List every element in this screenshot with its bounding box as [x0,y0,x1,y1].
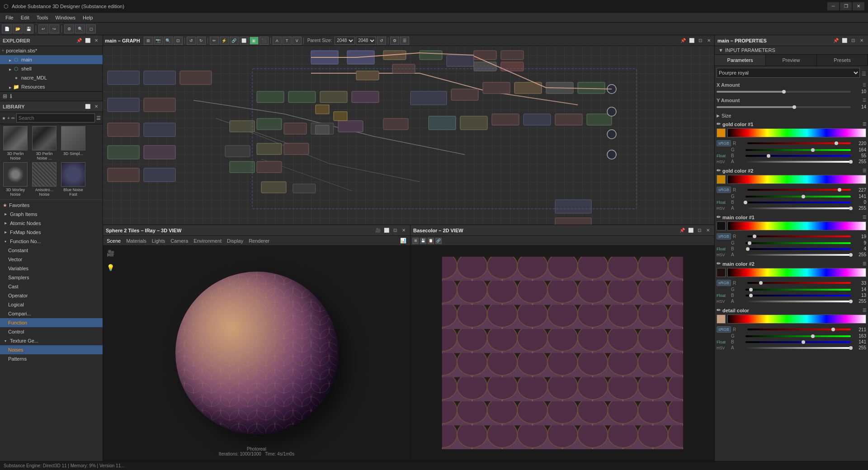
parent-size-select-1[interactable]: 2048 [335,37,355,45]
main-color-1-gradient[interactable] [727,221,866,230]
main-color-2-swatch[interactable] [717,268,726,277]
gold-color-1-a-thumb[interactable] [849,160,853,164]
explorer-pin-button[interactable]: 📌 [75,37,83,44]
input-params-collapse-btn[interactable]: ▼ [718,47,723,53]
view-3d-tab-lights[interactable]: Lights [152,238,165,244]
main-color-2-options[interactable]: ☰ [863,262,866,266]
detail-color-swatch[interactable] [717,315,726,324]
menu-help[interactable]: Help [79,14,97,21]
lib-pencil-btn[interactable]: ✏ [11,116,15,121]
lib-cat-samplers[interactable]: Samplers [0,273,103,282]
graph-tb-menu[interactable]: ☰ [400,37,409,45]
view-2d-close-btn[interactable]: ✕ [704,227,712,234]
view-3d-camera-icon[interactable]: 🎥 [107,249,114,257]
gold-color-2-g-slider[interactable] [745,196,851,197]
graph-expand-btn[interactable]: ⬜ [688,37,695,44]
restore-button[interactable]: ❐ [840,2,852,10]
srgb-badge-5[interactable]: sRGB [717,326,731,333]
lib-thumb-perlin1[interactable]: 3D Perlin Noise [2,126,29,160]
main-color-2-g-slider[interactable] [745,289,851,291]
view-3d-camera-btn[interactable]: 🎥 [374,227,382,234]
view-3d-light-icon[interactable]: 💡 [107,264,114,271]
lib-cat-cast[interactable]: Cast [0,282,103,291]
main-color-2-gradient[interactable] [727,268,866,277]
library-expand-button[interactable]: ⬜ [84,103,91,110]
main-color-2-a-slider[interactable] [745,301,851,302]
lib-add-btn[interactable]: + [7,116,10,121]
graph-tb-12[interactable]: A [273,37,282,45]
main-color-1-options[interactable]: ☰ [863,215,866,220]
lib-filter-btn[interactable]: ☰ [96,115,101,121]
toolbar-btn-5[interactable]: ◻ [86,24,96,33]
lib-cat-vector[interactable]: Vector [0,255,103,264]
graph-pin-btn[interactable]: 📌 [679,37,687,44]
lib-cat-logical[interactable]: Logical [0,300,103,309]
gold-color-1-options[interactable]: ☰ [863,122,866,127]
lib-cat-patterns[interactable]: Patterns [0,354,103,363]
tree-item-main[interactable]: ⬡ main [0,55,103,64]
window-controls[interactable]: ─ ❐ ✕ [827,2,864,10]
lib-cat-texturege[interactable]: Texture Ge... [0,336,103,345]
view-2d-tb-2[interactable]: 💾 [420,238,426,244]
main-color-1-pencil[interactable]: ✏ [717,214,721,220]
y-amount-options[interactable]: ☰ [863,98,866,103]
view-3d-tab-display[interactable]: Display [227,238,243,244]
gold-color-1-pencil[interactable]: ✏ [717,121,721,127]
main-color-2-r-thumb[interactable] [759,281,763,285]
detail-color-a-thumb[interactable] [849,346,853,350]
view-3d-expand-btn[interactable]: ⬜ [383,227,390,234]
parent-size-select-2[interactable]: 2048 [356,37,376,45]
lib-favorites-btn[interactable]: ★ [2,116,6,121]
lib-thumb-worley[interactable]: 3D Worley Noise [2,162,29,197]
gold-color-1-g-slider[interactable] [745,149,851,151]
graph-tb-refresh[interactable]: ↺ [377,37,386,45]
gold-color-2-b-thumb[interactable] [744,201,747,204]
lib-cat-operator[interactable]: Operator [0,291,103,300]
main-color-1-swatch[interactable] [717,221,726,230]
detail-color-r-slider[interactable] [747,329,851,330]
lib-thumb-blue[interactable]: Blue Noise Fast [60,162,87,197]
lib-thumb-perlin2[interactable]: 3D Perlin Noise ... [31,126,58,160]
detail-color-gradient[interactable] [727,315,866,324]
props-close-btn[interactable]: ✕ [858,37,865,44]
minimize-button[interactable]: ─ [827,2,839,10]
view-3d-canvas[interactable]: 🎥 💡 [103,246,410,460]
explorer-close-button[interactable]: ✕ [93,37,100,44]
preset-select[interactable]: Pourpre royal [717,68,860,78]
lib-thumb-simplex[interactable]: 3D Simpl... [60,126,87,160]
gold-color-1-b-slider[interactable] [745,155,851,157]
main-color-1-a-slider[interactable] [745,254,851,256]
detail-color-g-slider[interactable] [745,335,851,337]
y-amount-thumb[interactable] [793,105,796,109]
main-color-2-a-thumb[interactable] [849,300,853,303]
gold-color-1-g-thumb[interactable] [811,148,815,152]
props-expand-btn[interactable]: ⬜ [841,37,848,44]
graph-float-btn[interactable]: ⊡ [697,37,704,44]
main-color-2-g-thumb[interactable] [749,288,753,291]
srgb-badge-2[interactable]: sRGB [717,187,731,193]
lib-cat-fxmap[interactable]: FxMap Nodes [0,228,103,237]
gold-color-1-gradient[interactable] [727,128,866,137]
view-2d-tb-3[interactable]: 📋 [428,238,434,244]
graph-tb-13[interactable]: T [283,37,292,45]
view-2d-canvas[interactable] [410,246,714,460]
tree-item-shell[interactable]: ⬡ shell [0,64,103,73]
graph-tb-3[interactable]: 🔍 [164,37,173,45]
graph-tb-4[interactable]: ↺ [187,37,196,45]
x-amount-slider[interactable] [717,91,851,93]
main-color-1-b-slider[interactable] [745,248,851,250]
tree-item-resources[interactable]: 📁 Resources [0,82,103,91]
view-3d-chart-btn[interactable]: 📊 [400,238,406,244]
y-amount-slider[interactable] [717,106,851,108]
size-section-header[interactable]: ▶ Size [717,113,866,118]
lib-cat-variables[interactable]: Variables [0,264,103,273]
graph-tb-14[interactable]: V [292,37,302,45]
props-tab-presets[interactable]: Presets [817,55,868,66]
main-color-2-pencil[interactable]: ✏ [717,261,721,267]
view-2d-tb-1[interactable]: ⊞ [412,238,419,244]
gold-color-1-a-slider[interactable] [745,161,851,163]
gold-color-2-a-thumb[interactable] [849,207,853,210]
detail-color-a-slider[interactable] [745,347,851,349]
graph-tb-10[interactable]: ▣ [250,37,259,45]
gold-color-2-r-thumb[interactable] [838,188,841,192]
